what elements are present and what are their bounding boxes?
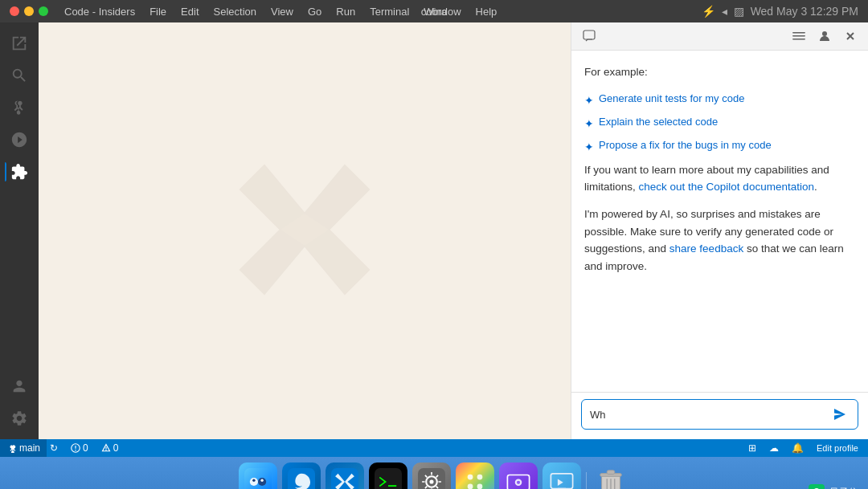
dock-divider	[586, 472, 587, 489]
copilot-docs-link[interactable]: check out the Copilot documentation	[639, 181, 814, 193]
dock-terminal[interactable]	[369, 463, 407, 489]
close-button[interactable]	[10, 6, 19, 16]
share-feedback-link[interactable]: share feedback	[669, 242, 743, 255]
run-debug-icon[interactable]	[5, 125, 34, 154]
svg-point-13	[252, 479, 255, 482]
svg-point-9	[105, 450, 107, 451]
sparkle-icon-1: ✦	[584, 92, 594, 109]
sparkle-icon-3: ✦	[584, 138, 594, 156]
status-bar: main ↻ 0 0 ⊞ ☁ 🔔 Edit profile	[0, 439, 868, 457]
minimize-button[interactable]	[24, 6, 34, 16]
dock: 量子位	[0, 457, 868, 489]
menu-view[interactable]: View	[264, 4, 300, 19]
dock-items	[239, 463, 630, 489]
dock-vscode[interactable]	[326, 463, 364, 489]
menu-selection[interactable]: Selection	[207, 4, 263, 19]
branch-name: main	[19, 442, 40, 454]
dock-trash[interactable]	[592, 463, 630, 489]
explorer-icon[interactable]	[5, 29, 34, 58]
dock-finder[interactable]	[239, 463, 277, 489]
svg-rect-0	[583, 31, 595, 39]
chat-panel: For example: ✦ Generate unit tests for m…	[571, 22, 868, 439]
source-control-icon[interactable]	[5, 93, 34, 122]
title-bar-icons: ⚡ ◂ ▨ Wed May 3 12:29 PM	[702, 5, 858, 18]
cloud-status[interactable]: ☁	[766, 442, 782, 454]
capabilities-para: If you want to learn more about my capab…	[584, 161, 855, 196]
app-name: Code - Insiders	[64, 6, 135, 18]
wechat-label: 量子位	[829, 486, 858, 490]
source-control-status[interactable]: main	[0, 439, 47, 457]
datetime: Wed May 3 12:29 PM	[751, 5, 858, 18]
menu-file[interactable]: File	[143, 4, 173, 19]
maximize-button[interactable]	[39, 6, 48, 16]
display-icon: ▨	[734, 5, 744, 18]
suggestion-2[interactable]: ✦ Explain the selected code	[584, 114, 855, 132]
dock-screen-recorder[interactable]	[499, 463, 538, 489]
chat-input[interactable]	[590, 409, 830, 421]
svg-rect-30	[551, 474, 572, 489]
traffic-lights	[10, 6, 48, 16]
dock-screen-mirror[interactable]	[542, 463, 581, 489]
send-button[interactable]	[830, 405, 850, 424]
chat-toolbar	[571, 22, 868, 51]
suggestion-3[interactable]: ✦ Propose a fix for the bugs in my code	[584, 137, 855, 156]
svg-point-14	[260, 479, 263, 482]
extensions-icon[interactable]	[5, 157, 34, 186]
chat-person-icon[interactable]	[813, 25, 836, 47]
status-bar-left: main ↻ 0 0	[6, 439, 121, 457]
extensions-status[interactable]: ⊞	[745, 442, 760, 454]
dock-edge[interactable]	[282, 463, 321, 489]
chat-input-wrapper	[581, 399, 858, 430]
menu-edit[interactable]: Edit	[174, 4, 205, 19]
title-bar-right: ⚡ ◂ ▨ Wed May 3 12:29 PM	[702, 5, 858, 18]
svg-point-21	[429, 479, 433, 483]
wechat-watermark: 量子位	[809, 484, 858, 489]
svg-rect-35	[607, 471, 615, 475]
account-icon[interactable]	[5, 372, 34, 401]
ai-disclaimer-para: I'm powered by AI, so surprises and mist…	[584, 206, 855, 275]
svg-point-4	[822, 31, 827, 36]
svg-point-24	[477, 475, 482, 480]
main-container: For example: ✦ Generate unit tests for m…	[0, 22, 868, 439]
svg-rect-3	[792, 39, 805, 40]
svg-point-23	[467, 475, 473, 480]
sparkle-icon-2: ✦	[584, 115, 594, 132]
warnings-status[interactable]: 0	[98, 442, 122, 454]
menu-go[interactable]: Go	[301, 4, 328, 19]
activity-bar	[0, 22, 39, 439]
window-title: cobra	[421, 6, 448, 18]
close-icon[interactable]	[839, 25, 862, 47]
suggestion-1[interactable]: ✦ Generate unit tests for my code	[584, 91, 855, 109]
notification-status[interactable]: 🔔	[788, 442, 807, 454]
title-bar: Code - Insiders File Edit Selection View…	[0, 0, 868, 22]
status-bar-right: ⊞ ☁ 🔔 Edit profile	[745, 442, 862, 454]
dock-system-preferences[interactable]	[412, 463, 451, 489]
chat-content: For example: ✦ Generate unit tests for m…	[571, 51, 868, 392]
search-icon[interactable]	[5, 61, 34, 90]
errors-status[interactable]: 0	[68, 442, 92, 454]
menu-help[interactable]: Help	[469, 4, 504, 19]
chat-input-area	[571, 392, 868, 439]
sync-status[interactable]: ↻	[47, 442, 61, 454]
svg-point-25	[467, 484, 473, 489]
settings-icon[interactable]	[5, 404, 34, 433]
vscode-watermark	[224, 149, 385, 313]
svg-rect-22	[461, 468, 489, 489]
edit-profile[interactable]: Edit profile	[813, 443, 862, 453]
svg-point-29	[516, 481, 519, 484]
svg-rect-19	[418, 468, 445, 489]
svg-rect-16	[331, 468, 358, 489]
wifi-icon: ◂	[722, 5, 727, 18]
svg-point-26	[477, 484, 482, 489]
svg-rect-10	[244, 468, 272, 489]
editor-area	[39, 22, 571, 439]
chat-view-icon[interactable]	[578, 25, 600, 47]
menu-run[interactable]: Run	[330, 4, 362, 19]
battery-icon: ⚡	[702, 5, 715, 18]
svg-point-7	[75, 450, 76, 451]
intro-text: For example:	[584, 63, 855, 81]
chat-menu-icon[interactable]	[788, 25, 810, 47]
svg-rect-1	[792, 32, 805, 34]
dock-launchpad[interactable]	[456, 463, 494, 489]
menu-terminal[interactable]: Terminal	[363, 4, 416, 19]
